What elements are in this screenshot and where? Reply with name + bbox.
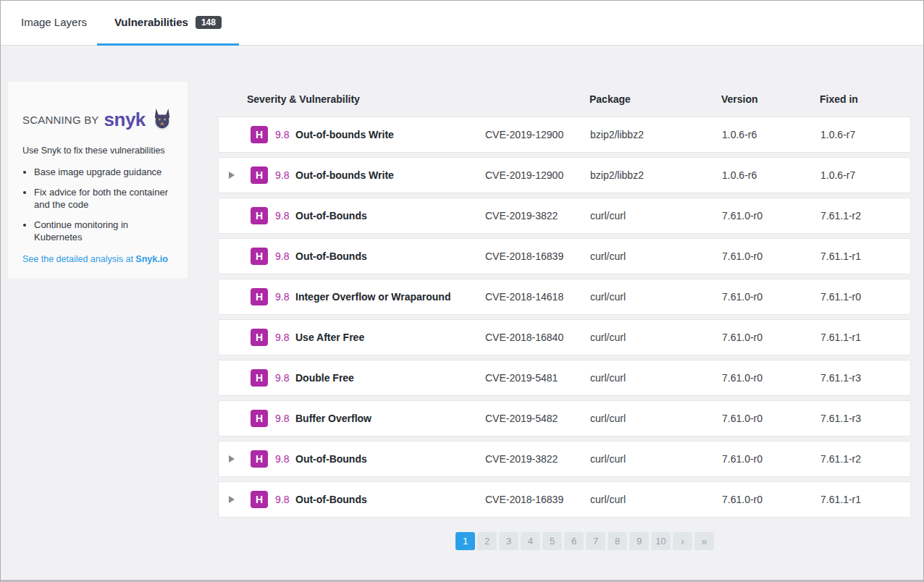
header-fixed-in: Fixed in	[820, 93, 911, 105]
cve-id: CVE-2019-3822	[485, 210, 590, 222]
package-name: curl/curl	[590, 250, 722, 262]
package-version: 7.61.0-r0	[722, 372, 820, 384]
page-button-9[interactable]: 9	[629, 532, 649, 550]
cvss-score: 9.8	[275, 413, 295, 424]
package-version: 1.0.6-r6	[722, 129, 820, 140]
package-version: 7.61.0-r0	[722, 453, 820, 465]
cvss-score: 9.8	[275, 250, 295, 262]
package-name: curl/curl	[590, 372, 722, 384]
vulnerability-name: Use After Free	[295, 332, 485, 343]
fixed-in-version: 7.61.1-r2	[820, 453, 910, 465]
snyk-detailed-analysis-link[interactable]: See the detailed analysis at Snyk.io	[22, 254, 173, 264]
next-page-button[interactable]: ›	[673, 532, 692, 550]
fixed-in-version: 7.61.1-r3	[820, 372, 910, 384]
scanning-by-label: SCANNING BY	[22, 114, 99, 126]
tab-image-layers-label: Image Layers	[21, 16, 87, 28]
vulnerability-name: Out-of-Bounds	[295, 453, 485, 465]
expand-row-icon[interactable]	[229, 496, 235, 503]
cvss-score: 9.8	[275, 372, 295, 384]
cve-id: CVE-2019-5482	[485, 413, 590, 424]
table-row[interactable]: H 9.8 Use After Free CVE-2018-16840 curl…	[218, 319, 911, 355]
cvss-score: 9.8	[275, 291, 295, 303]
header-severity-vulnerability: Severity & Vulnerability	[228, 93, 484, 105]
snyk-bullet: Base image upgrade guidance	[34, 166, 173, 179]
page-button-8[interactable]: 8	[608, 532, 627, 550]
last-page-button[interactable]: »	[694, 532, 714, 550]
table-row[interactable]: H 9.8 Out-of-Bounds CVE-2019-3822 curl/c…	[218, 441, 911, 477]
page-button-3[interactable]: 3	[499, 532, 518, 550]
page-button-1[interactable]: 1	[455, 532, 475, 550]
snyk-link-prefix: See the detailed analysis at	[22, 254, 135, 264]
cve-id: CVE-2018-14618	[485, 291, 590, 303]
expand-row-icon[interactable]	[229, 172, 235, 179]
table-row[interactable]: H 9.8 Out-of-bounds Write CVE-2019-12900…	[218, 117, 911, 153]
page-button-7[interactable]: 7	[586, 532, 605, 550]
fixed-in-version: 7.61.1-r3	[820, 413, 910, 424]
fixed-in-version: 1.0.6-r7	[820, 169, 910, 181]
table-row[interactable]: H 9.8 Out-of-Bounds CVE-2018-16839 curl/…	[218, 481, 911, 518]
package-name: bzip2/libbz2	[590, 169, 722, 181]
cvss-score: 9.8	[275, 210, 295, 222]
severity-badge: H	[251, 166, 268, 184]
page-button-5[interactable]: 5	[542, 532, 562, 550]
package-name: bzip2/libbz2	[590, 129, 722, 140]
fixed-in-version: 7.61.1-r1	[820, 250, 910, 262]
cve-id: CVE-2019-12900	[485, 129, 590, 140]
page-button-10[interactable]: 10	[651, 532, 671, 550]
snyk-bullet: Fix advice for both the container and th…	[34, 186, 173, 211]
cvss-score: 9.8	[275, 494, 295, 505]
cve-id: CVE-2019-3822	[485, 453, 590, 465]
table-row[interactable]: H 9.8 Buffer Overflow CVE-2019-5482 curl…	[218, 400, 911, 436]
tab-vulnerabilities[interactable]: Vulnerabilities 148	[97, 1, 239, 46]
table-body: H 9.8 Out-of-bounds Write CVE-2019-12900…	[218, 117, 911, 518]
tab-bar: Image Layers Vulnerabilities 148	[1, 1, 923, 46]
package-name: curl/curl	[590, 332, 722, 343]
table-row[interactable]: H 9.8 Out-of-Bounds CVE-2019-3822 curl/c…	[218, 198, 911, 234]
page-button-2[interactable]: 2	[477, 532, 497, 550]
vulnerability-name: Out-of-Bounds	[295, 210, 485, 222]
pagination: 12345678910›»	[218, 532, 911, 550]
snyk-logo-text: snyk	[104, 110, 146, 129]
tab-image-layers[interactable]: Image Layers	[21, 1, 97, 46]
cvss-score: 9.8	[275, 169, 295, 181]
severity-badge: H	[251, 410, 268, 427]
content-area: SCANNING BY snyk Use Snyk to fix these v…	[1, 46, 923, 580]
vulnerability-name: Buffer Overflow	[295, 413, 485, 424]
table-row[interactable]: H 9.8 Double Free CVE-2019-5481 curl/cur…	[218, 360, 911, 396]
package-name: curl/curl	[590, 453, 722, 465]
vulnerability-name: Out-of-bounds Write	[295, 129, 485, 140]
package-version: 7.61.0-r0	[722, 210, 820, 222]
severity-badge: H	[251, 207, 268, 224]
severity-badge: H	[251, 126, 268, 143]
package-name: curl/curl	[590, 210, 722, 222]
expand-row-icon[interactable]	[229, 455, 235, 463]
package-name: curl/curl	[590, 291, 722, 303]
fixed-in-version: 7.61.1-r1	[820, 332, 910, 343]
fixed-in-version: 7.61.1-r1	[820, 494, 910, 505]
severity-badge: H	[251, 491, 268, 508]
header-package: Package	[589, 93, 721, 105]
snyk-link-brand: Snyk.io	[135, 254, 167, 264]
cve-id: CVE-2018-16839	[485, 250, 590, 262]
severity-badge: H	[251, 450, 268, 468]
vulnerability-count-badge: 148	[196, 16, 222, 29]
page-button-6[interactable]: 6	[564, 532, 584, 550]
severity-badge: H	[251, 248, 268, 265]
snyk-intro-text: Use Snyk to fix these vulnerabilities	[22, 146, 173, 156]
vulnerability-name: Out-of-Bounds	[295, 494, 485, 505]
package-name: curl/curl	[590, 413, 722, 424]
snyk-dog-icon	[151, 108, 173, 131]
table-row[interactable]: H 9.8 Out-of-bounds Write CVE-2019-12900…	[218, 157, 911, 193]
table-row[interactable]: H 9.8 Out-of-Bounds CVE-2018-16839 curl/…	[218, 238, 911, 274]
package-version: 7.61.0-r0	[722, 413, 820, 424]
table-header-row: Severity & Vulnerability Package Version…	[218, 82, 911, 117]
severity-badge: H	[251, 329, 268, 346]
table-row[interactable]: H 9.8 Integer Overflow or Wraparound CVE…	[218, 279, 911, 315]
vulnerability-table: Severity & Vulnerability Package Version…	[218, 82, 911, 550]
cvss-score: 9.8	[275, 453, 295, 465]
vulnerability-name: Out-of-bounds Write	[295, 169, 485, 181]
fixed-in-version: 7.61.1-r2	[820, 210, 910, 222]
cve-id: CVE-2018-16839	[485, 494, 590, 505]
page-button-4[interactable]: 4	[521, 532, 540, 550]
vulnerability-name: Double Free	[295, 372, 485, 384]
